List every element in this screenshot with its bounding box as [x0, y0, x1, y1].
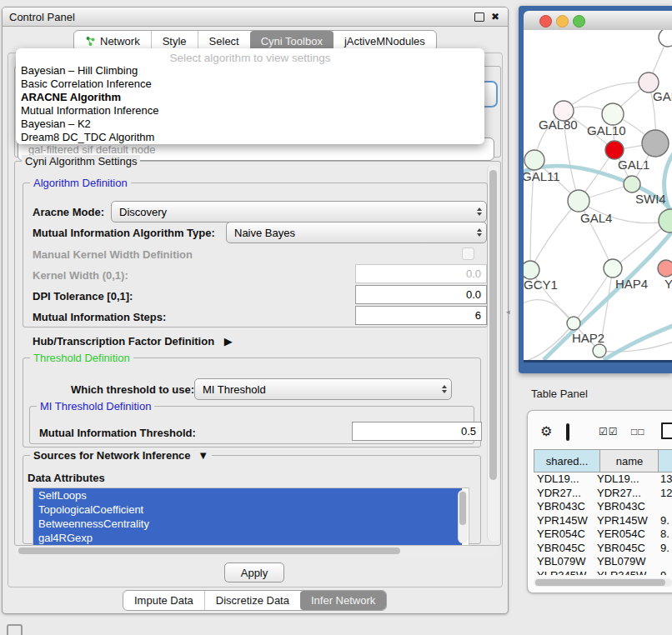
- attributes-scrollbar-thumb[interactable]: [459, 492, 466, 525]
- network-node-gal10[interactable]: [602, 103, 624, 125]
- bottom-tab-discretize-data[interactable]: Discretize Data: [204, 591, 300, 610]
- table-row[interactable]: YBR043CYBR043C: [534, 499, 672, 513]
- threshold-definition-title: Threshold Definition: [30, 352, 133, 364]
- close-icon[interactable]: ✖: [491, 12, 499, 22]
- network-node-hap4[interactable]: [604, 259, 622, 278]
- network-edge[interactable]: [604, 323, 672, 360]
- table-row[interactable]: YBL079WYBL079W: [534, 554, 672, 568]
- apply-button-label: Apply: [241, 567, 268, 579]
- network-node[interactable]: [593, 344, 606, 358]
- minimize-traffic-light-icon[interactable]: [556, 15, 569, 28]
- algorithm-option[interactable]: ARACNE Algorithm: [16, 91, 484, 104]
- table-hscrollbar[interactable]: [534, 578, 672, 587]
- split-columns-icon[interactable]: [566, 423, 569, 441]
- column-header-shared[interactable]: shared...: [534, 450, 599, 472]
- network-edge[interactable]: [524, 300, 574, 323]
- expand-triangle-icon[interactable]: ▶: [224, 335, 233, 348]
- algorithm-option[interactable]: Bayesian – Hill Climbing: [16, 64, 484, 78]
- algorithm-option[interactable]: Basic Correlation Inference: [16, 78, 484, 91]
- control-panel-window: Control Panel ✖ NetworkStyleSelectCyni T…: [2, 7, 509, 614]
- tab-label: Select: [209, 35, 239, 48]
- apply-button[interactable]: Apply: [224, 562, 284, 582]
- network-node-gal1[interactable]: [605, 141, 624, 159]
- table-row[interactable]: YER054CYER054C8.: [534, 527, 672, 541]
- mi-threshold-field[interactable]: 0.5: [352, 422, 482, 441]
- table-body: YDL19...YDL19...13YDR27...YDR27...12YBR0…: [534, 472, 672, 575]
- cell: 9.: [660, 541, 669, 555]
- hub-definition-label[interactable]: Hub/Transcription Factor Definition ▶: [33, 335, 233, 348]
- data-attributes-label: Data Attributes: [28, 472, 105, 484]
- attributes-scrollbar[interactable]: [458, 490, 468, 543]
- unchecked-boxes-icon[interactable]: □□: [631, 426, 645, 438]
- network-edge[interactable]: [544, 223, 672, 360]
- collapse-triangle-icon[interactable]: ▼: [198, 449, 208, 462]
- cell: YER054C: [537, 527, 585, 541]
- checked-boxes-icon[interactable]: ☑☑: [599, 426, 619, 438]
- attribute-list-item[interactable]: SelfLoops: [33, 488, 462, 502]
- algorithm-option[interactable]: Mutual Information Inference: [16, 104, 484, 118]
- network-node-swi4[interactable]: [624, 176, 640, 192]
- mi-type-select[interactable]: Naive Bayes: [226, 222, 487, 243]
- stepper-arrows-icon: [477, 228, 482, 237]
- settings-scrollbar-thumb[interactable]: [489, 170, 497, 480]
- dpi-tolerance-field[interactable]: 0.0: [355, 285, 487, 304]
- mi-steps-field[interactable]: 6: [355, 306, 487, 325]
- table-row[interactable]: YBR045CYBR045C9.: [534, 541, 672, 555]
- gear-icon[interactable]: ⚙: [540, 425, 552, 438]
- attribute-list-item[interactable]: BetweennessCentrality: [33, 517, 462, 531]
- network-edge[interactable]: [574, 268, 613, 323]
- tab-label: Network: [100, 35, 140, 48]
- network-node-y[interactable]: [658, 260, 672, 277]
- network-node-hap2[interactable]: [567, 317, 580, 330]
- which-threshold-select[interactable]: MI Threshold: [194, 378, 452, 400]
- split-pane-collapse-icon[interactable]: ◂: [506, 308, 510, 316]
- page-icon[interactable]: [661, 422, 672, 439]
- network-node-gal4[interactable]: [568, 190, 589, 212]
- node-label: GAL1: [618, 158, 649, 172]
- network-edge[interactable]: [530, 201, 579, 270]
- close-traffic-light-icon[interactable]: [539, 15, 552, 28]
- network-node[interactable]: [642, 130, 669, 157]
- network-node-gal11[interactable]: [524, 150, 544, 170]
- attribute-list-item[interactable]: gal4RGexp: [33, 531, 462, 545]
- algorithm-option[interactable]: Dream8 DC_TDC Algorithm: [16, 131, 484, 144]
- hub-definition-text: Hub/Transcription Factor Definition: [33, 335, 214, 348]
- bottom-tab-infer-network[interactable]: Infer Network: [300, 591, 386, 610]
- settings-scrollbar[interactable]: [487, 165, 499, 542]
- network-canvas[interactable]: GALGAL80GAL10GAL1GAL11SWI4GAL4GCY1HAP4YH…: [524, 30, 672, 360]
- algorithm-option[interactable]: Bayesian – K2: [16, 118, 484, 131]
- bottom-tab-label: Discretize Data: [216, 594, 289, 607]
- zoom-traffic-light-icon[interactable]: [573, 15, 585, 28]
- network-node[interactable]: [659, 30, 672, 47]
- network-select-value: gal-filtered sif default node: [28, 143, 155, 156]
- manual-kernel-checkbox[interactable]: [462, 248, 474, 260]
- column-header-a[interactable]: A: [658, 450, 672, 472]
- network-node-gcy1[interactable]: [524, 261, 539, 279]
- aracne-mode-select[interactable]: Discovery: [111, 201, 487, 222]
- settings-hscrollbar[interactable]: [16, 546, 498, 555]
- tab-label: Style: [163, 35, 187, 48]
- network-graph[interactable]: GALGAL80GAL10GAL1GAL11SWI4GAL4GCY1HAP4YH…: [524, 30, 672, 360]
- kernel-width-field[interactable]: 0.0: [355, 264, 487, 283]
- bottom-tab-impute-data[interactable]: Impute Data: [123, 591, 204, 610]
- node-label: SWI4: [635, 192, 666, 206]
- mi-type-value: Naive Bayes: [234, 227, 295, 239]
- table-row[interactable]: YDR27...YDR27...12: [534, 486, 672, 500]
- column-header-name[interactable]: name: [599, 450, 659, 472]
- node-label: GAL4: [580, 211, 612, 225]
- kernel-width-value: 0.0: [466, 268, 481, 280]
- cell: YDL19...: [537, 472, 579, 486]
- node-label: HAP4: [615, 277, 648, 291]
- float-panel-icon[interactable]: [7, 624, 23, 635]
- float-window-icon[interactable]: [474, 12, 484, 22]
- mi-steps-label: Mutual Information Steps:: [33, 311, 166, 323]
- mi-threshold-label: Mutual Information Threshold:: [39, 427, 196, 439]
- table-row[interactable]: YLR345WYLR345W9.: [534, 568, 672, 576]
- attribute-list-item[interactable]: TopologicalCoefficient: [33, 502, 462, 517]
- table-hscrollbar-thumb[interactable]: [535, 579, 665, 586]
- dropdown-items: Bayesian – Hill ClimbingBasic Correlatio…: [16, 64, 484, 144]
- settings-hscrollbar-thumb[interactable]: [18, 548, 400, 554]
- table-row[interactable]: YDL19...YDL19...13: [534, 472, 672, 486]
- table-row[interactable]: YPR145WYPR145W9.: [534, 513, 672, 528]
- cell: YBR043C: [537, 499, 585, 513]
